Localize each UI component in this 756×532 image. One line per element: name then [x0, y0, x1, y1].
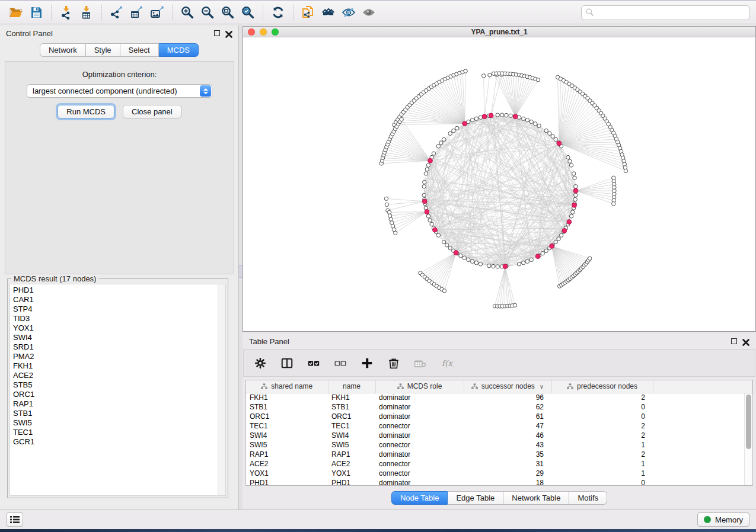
- export-network-button[interactable]: [107, 3, 127, 22]
- attribute-type-icon: [567, 383, 573, 391]
- refresh-icon: [271, 5, 285, 20]
- table-row[interactable]: PHD1PHD1dominator180: [246, 478, 752, 488]
- float-table-panel-icon[interactable]: [731, 338, 737, 344]
- table-row[interactable]: SWI4SWI4dominator462: [246, 431, 752, 440]
- criterion-value: largest connected component (undirected): [33, 86, 177, 95]
- export-network-icon: [110, 5, 124, 20]
- run-mcds-button[interactable]: Run MCDS: [58, 105, 114, 118]
- table-row[interactable]: ORC1ORC1dominator610: [246, 412, 752, 421]
- criterion-dropdown[interactable]: largest connected component (undirected): [27, 84, 212, 98]
- desktop-wallpaper: [0, 529, 756, 532]
- zoom-out-button[interactable]: [197, 3, 218, 22]
- result-node-item[interactable]: TEC1: [10, 428, 225, 437]
- network-view-canvas[interactable]: [243, 37, 755, 331]
- first-neighbors-button[interactable]: [318, 3, 339, 22]
- result-node-item[interactable]: ACE2: [10, 371, 225, 380]
- result-node-item[interactable]: PHD1: [10, 286, 225, 295]
- show-all-button[interactable]: [359, 3, 379, 22]
- result-list-scrollbar[interactable]: [218, 284, 225, 495]
- mcds-result-list[interactable]: PHD1CAR1STP4TID3YOX1SWI4SRD1PMA2FKH1ACE2…: [9, 284, 226, 496]
- maximize-window-icon[interactable]: [272, 28, 279, 36]
- search-input[interactable]: [581, 5, 750, 20]
- table-row[interactable]: RAP1RAP1dominator352: [246, 450, 752, 459]
- tab-mcds[interactable]: MCDS: [159, 43, 199, 57]
- close-table-panel-icon[interactable]: [742, 338, 749, 345]
- delete-column-button[interactable]: [385, 354, 402, 372]
- import-table-button[interactable]: [76, 3, 97, 22]
- memory-button[interactable]: Memory: [697, 512, 749, 527]
- save-button[interactable]: [26, 3, 46, 22]
- minimize-window-icon[interactable]: [260, 28, 267, 36]
- result-node-item[interactable]: TID3: [10, 314, 225, 323]
- table-panel-titlebar: Table Panel: [243, 334, 756, 349]
- result-node-item[interactable]: STB5: [10, 380, 225, 390]
- add-column-button[interactable]: [359, 354, 375, 372]
- column-header-MCDS-role[interactable]: MCDS role: [375, 380, 464, 393]
- result-node-item[interactable]: SRD1: [10, 342, 225, 352]
- tab-style[interactable]: Style: [86, 43, 120, 57]
- table-panel: Table Panel f(x) shared namenameMCDS rol…: [243, 334, 756, 508]
- settings-gear-button[interactable]: [252, 354, 269, 372]
- column-chooser-button[interactable]: [279, 354, 295, 372]
- table-row[interactable]: TEC1TEC1connector472: [246, 421, 752, 431]
- column-header-successor-nodes[interactable]: successor nodes∨: [464, 380, 551, 393]
- tab-motifs[interactable]: Motifs: [569, 491, 607, 505]
- tab-node-table[interactable]: Node Table: [391, 491, 448, 505]
- zoom-fit-button[interactable]: [218, 3, 238, 22]
- column-header-name[interactable]: name: [328, 380, 375, 393]
- result-node-item[interactable]: GCR1: [10, 437, 225, 447]
- result-node-item[interactable]: CAR1: [10, 295, 225, 305]
- result-node-item[interactable]: SWI4: [10, 333, 225, 342]
- zoom-in-button[interactable]: [177, 3, 197, 22]
- network-graph[interactable]: [243, 37, 755, 331]
- task-history-button[interactable]: [7, 512, 23, 527]
- zoom-selected-icon: [241, 5, 255, 20]
- table-scrollbar[interactable]: [744, 393, 752, 485]
- result-node-item[interactable]: FKH1: [10, 361, 225, 371]
- zoom-fit-icon: [221, 5, 235, 20]
- import-network-button[interactable]: [56, 3, 76, 22]
- network-window-titlebar[interactable]: YPA_prune.txt_1: [243, 27, 755, 37]
- attribute-type-icon: [261, 383, 267, 391]
- main-toolbar: [0, 0, 756, 24]
- tab-edge-table[interactable]: Edge Table: [448, 491, 503, 505]
- table-row[interactable]: FKH1FKH1dominator962: [246, 393, 752, 402]
- export-table-button[interactable]: [127, 3, 147, 22]
- float-panel-icon[interactable]: [214, 30, 220, 36]
- close-panel-icon[interactable]: [225, 30, 232, 37]
- column-header-shared-name[interactable]: shared name: [246, 380, 328, 393]
- result-node-item[interactable]: RAP1: [10, 399, 225, 409]
- tab-select[interactable]: Select: [120, 43, 159, 57]
- hide-selected-button[interactable]: [339, 3, 359, 22]
- network-fan-edges: [381, 71, 626, 306]
- table-row[interactable]: STB1STB1dominator620: [246, 402, 752, 412]
- clear-selection-button[interactable]: [332, 354, 349, 372]
- result-node-item[interactable]: SWI5: [10, 418, 225, 428]
- save-icon: [29, 5, 43, 20]
- close-window-icon[interactable]: [248, 28, 255, 36]
- column-header-predecessor-nodes[interactable]: predecessor nodes: [551, 380, 653, 393]
- duplicate-network-button[interactable]: [298, 3, 318, 22]
- result-node-item[interactable]: STP4: [10, 305, 225, 314]
- result-node-item[interactable]: ORC1: [10, 390, 225, 399]
- select-all-icon: [307, 357, 320, 370]
- refresh-button[interactable]: [268, 3, 288, 22]
- import-network-icon: [59, 5, 74, 20]
- table-tabbar: Node TableEdge TableNetwork TableMotifs: [243, 491, 756, 505]
- zoom-selected-button[interactable]: [238, 3, 258, 22]
- tab-network-table[interactable]: Network Table: [503, 491, 569, 505]
- search-box: [581, 5, 750, 20]
- result-node-item[interactable]: STB1: [10, 409, 225, 418]
- delete-table-icon: [414, 357, 427, 370]
- select-all-button[interactable]: [305, 354, 322, 372]
- result-node-item[interactable]: YOX1: [10, 323, 225, 333]
- table-scrollbar-thumb[interactable]: [746, 395, 751, 449]
- open-folder-button[interactable]: [6, 3, 26, 22]
- table-row[interactable]: SWI5SWI5connector431: [246, 440, 752, 450]
- close-panel-button[interactable]: Close panel: [123, 105, 181, 118]
- tab-network[interactable]: Network: [40, 43, 86, 57]
- table-row[interactable]: ACE2ACE2connector311: [246, 459, 752, 469]
- result-node-item[interactable]: PMA2: [10, 352, 225, 361]
- export-image-button[interactable]: [147, 3, 167, 22]
- table-row[interactable]: YOX1YOX1connector291: [246, 469, 752, 478]
